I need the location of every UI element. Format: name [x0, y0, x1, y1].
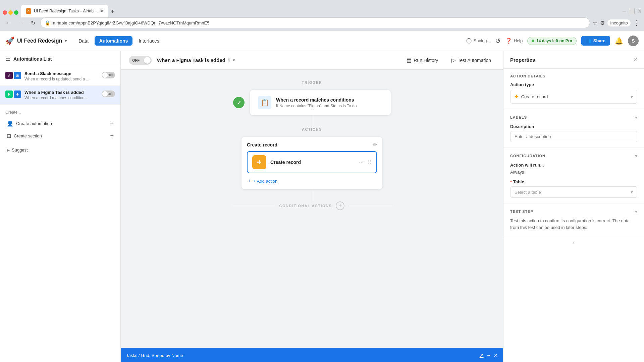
configuration-section: CONFIGURATION ▾ Action will run... Alway… [503, 148, 644, 203]
action-card-edit-icon[interactable]: ✏ [373, 141, 377, 148]
add-action-plus-icon: + [248, 178, 251, 184]
create-automation-label: Create automation [16, 121, 52, 126]
avatar[interactable]: S [628, 36, 639, 46]
automation-item-figma[interactable]: F + When a Figma Task is added When a re… [0, 86, 120, 105]
address-bar[interactable]: 🔒 airtable.com/appnB2PYqtdgiMrZG/wfl3ajg… [40, 17, 590, 28]
run-history-label: Run History [414, 58, 438, 63]
create-section-row[interactable]: ⊞ Create section + [5, 130, 115, 142]
help-label: Help [514, 38, 523, 43]
action-type-label: Action type [510, 82, 637, 87]
star-icon[interactable]: ☆ [593, 20, 597, 26]
saving-indicator: Saving... [466, 38, 491, 44]
lock-icon: 🔒 [45, 20, 50, 25]
active-tab[interactable]: A UI Feed Redesign: Tasks – Airtabl... × [21, 5, 108, 17]
table-select[interactable]: Select a table ▾ [510, 186, 637, 198]
toggle-figma[interactable]: OFF [102, 90, 115, 97]
main-content: OFF When a Figma Task is added ℹ ▾ ▤ Run… [121, 51, 503, 362]
action-inner[interactable]: + Create record ⋯ ⠿ [247, 151, 377, 173]
action-card-title: Create record [247, 142, 277, 147]
automation-info-slack: Send a Slack message When a record is up… [24, 71, 98, 81]
automation-item-slack[interactable]: # ⊞ Send a Slack message When a record i… [0, 67, 120, 86]
share-button[interactable]: 👥 Share [581, 36, 610, 46]
labels-header[interactable]: LABELS ▾ [510, 115, 637, 120]
maximize-window[interactable]: ⬜ [628, 8, 635, 14]
action-type-select[interactable]: + Create record ▾ [510, 90, 637, 104]
sidebar-title: Automations List [13, 56, 52, 62]
grid-icon: ⊞ [7, 133, 11, 139]
nav-automations-button[interactable]: Automations [95, 36, 133, 46]
suggest-section[interactable]: ▶ Suggest [0, 145, 120, 155]
add-action-row[interactable]: + + Add action [247, 177, 377, 185]
saving-text: Saving... [474, 38, 491, 43]
bottom-bar-title: Tasks / Grid, Sorted by Name [126, 353, 476, 358]
action-details-section: ACTION DETAILS Action type + Create reco… [503, 69, 644, 109]
conditional-actions-row: CONDITIONAL ACTIONS + [231, 201, 392, 210]
labels-section: LABELS ▾ Description [503, 109, 644, 148]
create-section-plus-icon: + [110, 132, 114, 139]
add-action-label: + Add action [253, 179, 277, 184]
nav-data-button[interactable]: Data [74, 36, 93, 46]
create-automation-plus-icon: + [110, 120, 114, 127]
browser-controls [3, 10, 18, 17]
test-automation-button[interactable]: ▷ Test Automation [447, 55, 495, 65]
create-automation-row[interactable]: 👤 Create automation + [5, 117, 115, 130]
toggle-slack[interactable]: OFF [102, 72, 115, 78]
trigger-title: When a record matches conditions [276, 97, 357, 103]
nav-interfaces-button[interactable]: Interfaces [134, 36, 164, 46]
tab-close-icon[interactable]: × [101, 8, 103, 14]
minimize-window[interactable]: − [622, 8, 626, 15]
forward-button[interactable]: → [16, 18, 25, 27]
automation-info-figma: When a Figma Task is added When a record… [24, 90, 98, 100]
description-label: Description [510, 124, 637, 129]
automation-desc-slack: When a record is updated, send a ... [24, 77, 98, 81]
panel-close-button[interactable]: × [633, 56, 637, 63]
title-chevron-icon[interactable]: ▾ [233, 58, 235, 63]
back-button[interactable]: ← [4, 18, 13, 27]
automation-icons-figma: F + [5, 90, 21, 98]
share-icon: 👥 [586, 38, 591, 43]
notification-button[interactable]: 🔔 [615, 37, 623, 45]
person-icon: 👤 [7, 120, 13, 127]
configuration-collapse-icon: ▾ [635, 153, 637, 159]
create-section-label: Create section [14, 133, 42, 138]
action-drag-handle[interactable]: ⠿ [368, 159, 372, 166]
automation-icons-slack: # ⊞ [5, 72, 21, 79]
action-type-chevron: ▾ [631, 94, 633, 100]
browser-tab-area: A UI Feed Redesign: Tasks – Airtabl... ×… [21, 5, 622, 17]
canvas: TRIGGER ✓ 📋 When a record matches condit… [121, 70, 503, 362]
run-history-button[interactable]: ▤ Run History [402, 55, 442, 65]
bottom-bar: Tasks / Grid, Sorted by Name ↗ − × [121, 348, 503, 362]
help-button[interactable]: ❓ Help [505, 38, 523, 44]
app-body: ☰ Automations List # ⊞ Send a Slack mess… [0, 51, 644, 362]
description-input[interactable] [510, 131, 637, 142]
configuration-header[interactable]: CONFIGURATION ▾ [510, 153, 637, 159]
test-automation-label: Test Automation [458, 58, 491, 63]
vertical-connector-2 [312, 189, 312, 201]
automation-title-text: When a Figma Task is added [157, 57, 225, 63]
close-window[interactable]: × [638, 8, 641, 15]
extensions-icon[interactable]: ⚙ [600, 20, 605, 26]
app-name-chevron[interactable]: ▾ [65, 38, 67, 43]
test-step-section: TEST STEP ▾ Test this action to confirm … [503, 203, 644, 236]
conditional-plus-button[interactable]: + [336, 201, 344, 210]
test-auto-icon: ▷ [451, 57, 455, 63]
bottom-bar-close-icon[interactable]: × [494, 352, 498, 359]
trigger-card-icon: 📋 [258, 96, 271, 109]
list-icon: ☰ [5, 56, 10, 62]
browser-menu-icon[interactable]: ⋮ [633, 19, 640, 27]
bottom-bar-minimize-icon[interactable]: − [487, 352, 491, 359]
off-label: OFF [132, 58, 140, 62]
history-button[interactable]: ↺ [495, 37, 501, 45]
url-text: airtable.com/appnB2PYqtdgiMrZG/wfl3ajgIO… [53, 20, 586, 25]
trigger-card[interactable]: 📋 When a record matches conditions If Na… [250, 90, 391, 115]
test-step-header[interactable]: TEST STEP ▾ [510, 209, 637, 214]
conditional-label: CONDITIONAL ACTIONS [279, 204, 332, 208]
off-toggle[interactable]: OFF [129, 56, 152, 65]
action-more-dots[interactable]: ⋯ [359, 160, 364, 165]
sidebar: ☰ Automations List # ⊞ Send a Slack mess… [0, 51, 121, 362]
refresh-button[interactable]: ↻ [28, 18, 38, 27]
bottom-bar-link-icon[interactable]: ↗ [480, 353, 484, 358]
automation-title-display: When a Figma Task is added ℹ ▾ [157, 57, 235, 63]
new-tab-button[interactable]: + [108, 8, 117, 17]
panel-scroll-indicator: ‹ [503, 236, 644, 249]
